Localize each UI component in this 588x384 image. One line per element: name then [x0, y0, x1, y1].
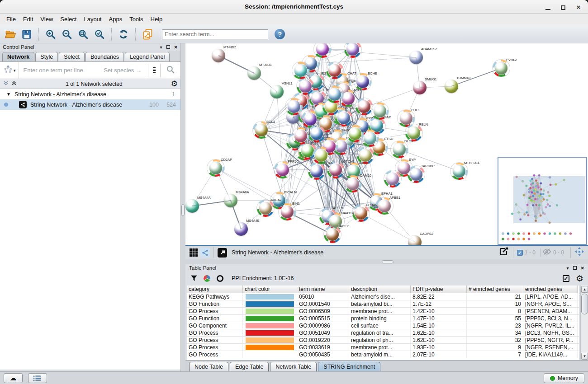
- network-node-abca7[interactable]: ABCA7: [257, 200, 274, 217]
- tab-node-table[interactable]: Node Table: [189, 362, 228, 371]
- column-header-term-name[interactable]: term name: [297, 286, 349, 293]
- network-node[interactable]: [297, 78, 314, 95]
- hidden-nodes-eye-icon[interactable]: [542, 247, 551, 258]
- menu-apps[interactable]: Apps: [105, 14, 126, 24]
- menu-layout[interactable]: Layout: [80, 14, 105, 24]
- network-node-tardbp[interactable]: TARDBP: [408, 166, 425, 183]
- filter-icon[interactable]: [190, 274, 198, 282]
- task-list-icon[interactable]: [28, 373, 47, 383]
- network-node-epha5[interactable]: EPHA5: [352, 205, 370, 222]
- network-node-mthfd1l[interactable]: MTHFD1L: [450, 163, 468, 180]
- network-node[interactable]: [344, 43, 361, 58]
- network-node-pvrl2[interactable]: PVRL2: [493, 60, 510, 77]
- ring-chart-icon[interactable]: [216, 274, 224, 283]
- search-input[interactable]: [162, 29, 268, 39]
- network-node-cadps2[interactable]: CADPS2: [406, 234, 423, 245]
- splitter-handle[interactable]: [382, 260, 394, 263]
- string-options-icon[interactable]: [150, 67, 158, 74]
- network-node-ppp5c[interactable]: PPP5C: [274, 161, 291, 178]
- table-row[interactable]: GO ProcessGO:0006509membrane prot...1.42…: [187, 308, 579, 315]
- column-header-chart-color[interactable]: chart color: [243, 286, 297, 293]
- zoom-in-icon[interactable]: [44, 28, 57, 41]
- network-node[interactable]: [335, 109, 352, 126]
- network-node[interactable]: [314, 43, 331, 58]
- column-header--enriched-genes[interactable]: # enriched genes: [467, 286, 523, 293]
- table-row[interactable]: GO ComponentGO:0009986cell surface1.54E-…: [187, 322, 579, 329]
- zoom-fit-icon[interactable]: [76, 28, 90, 41]
- column-header-FDR-p-value[interactable]: FDR p-value: [411, 286, 467, 293]
- memory-button[interactable]: Memory: [544, 373, 584, 383]
- network-node[interactable]: [313, 147, 330, 164]
- string-search-icon[interactable]: [162, 65, 179, 76]
- table-row[interactable]: KEGG Pathways05010Alzheimer's dise...8.8…: [187, 293, 579, 300]
- scroll-thumb[interactable]: [581, 294, 588, 314]
- menu-file[interactable]: File: [3, 14, 19, 24]
- menu-help[interactable]: Help: [147, 14, 166, 24]
- tab-style[interactable]: Style: [35, 52, 58, 61]
- column-header-category[interactable]: category: [187, 286, 243, 293]
- tab-legend-panel[interactable]: Legend Panel: [125, 52, 170, 61]
- panel-menu-icon[interactable]: ▾: [160, 45, 162, 50]
- network-node-bace2[interactable]: BACE2: [324, 226, 341, 243]
- network-node[interactable]: [326, 62, 343, 79]
- export-network-icon[interactable]: [498, 246, 509, 259]
- pie-chart-icon[interactable]: [203, 274, 211, 283]
- panel-close-icon[interactable]: ✕: [581, 266, 584, 271]
- table-row[interactable]: GO FunctionGO:0005515protein binding1.47…: [187, 315, 579, 322]
- vertical-splitter[interactable]: [181, 43, 185, 371]
- refresh-icon[interactable]: [117, 28, 130, 41]
- network-collection-row[interactable]: ▼ String Network - Alzheimer's disease 1: [0, 89, 180, 99]
- network-node-bin1[interactable]: BIN1: [279, 203, 296, 220]
- zoom-out-icon[interactable]: [60, 28, 74, 41]
- network-node-mt-nd1[interactable]: MT-ND1: [246, 65, 263, 82]
- table-row[interactable]: GO ProcessGO:0019220regulation of ph...1…: [187, 337, 579, 344]
- table-row[interactable]: GO FunctionGO:0001540beta-amyloid bi...1…: [187, 300, 579, 308]
- network-node[interactable]: [356, 98, 373, 115]
- cloud-icon[interactable]: ☁: [4, 373, 23, 383]
- network-node-apbb1[interactable]: APBB1: [376, 197, 393, 215]
- table-scrollbar[interactable]: ▲ ▼: [580, 286, 588, 360]
- network-node-bcl3[interactable]: BCL3: [253, 122, 270, 139]
- menu-tools[interactable]: Tools: [126, 14, 147, 24]
- grid-view-icon[interactable]: [189, 248, 198, 257]
- tab-network[interactable]: Network: [2, 52, 34, 61]
- network-node[interactable]: [285, 98, 303, 115]
- network-node-ms4a4e[interactable]: MS4A4E: [232, 220, 250, 238]
- splitter-handle[interactable]: [181, 204, 185, 216]
- network-node-cd2ap[interactable]: CD2AP: [207, 159, 224, 177]
- network-from-file-icon[interactable]: [141, 28, 154, 41]
- menu-view[interactable]: View: [37, 14, 57, 24]
- set-species-link[interactable]: Set species →: [104, 67, 142, 74]
- network-node-aph1a[interactable]: APH1A: [308, 163, 325, 180]
- panel-float-icon[interactable]: [166, 45, 170, 49]
- table-row[interactable]: GO ProcessGO:0051049regulation of tra...…: [187, 329, 579, 337]
- menu-select[interactable]: Select: [57, 14, 80, 24]
- tab-boundaries[interactable]: Boundaries: [85, 52, 124, 61]
- string-term-input[interactable]: Enter one term per line.: [19, 62, 104, 79]
- tab-network-table[interactable]: Network Table: [270, 362, 317, 371]
- expand-all-icon[interactable]: [11, 80, 17, 88]
- network-node-adam10[interactable]: ADAM10: [344, 175, 361, 192]
- panel-close-icon[interactable]: ✕: [174, 45, 178, 50]
- network-canvas[interactable]: MT-ND2MT-ND1VSNL1GAB2IRS1CHATBCHETNFIL1B…: [185, 43, 588, 245]
- network-node[interactable]: [292, 127, 309, 145]
- birds-eye-view[interactable]: [498, 157, 587, 245]
- help-icon[interactable]: ?: [275, 29, 285, 39]
- network-node-reln[interactable]: RELN: [405, 124, 422, 141]
- network-options-gear-icon[interactable]: ⚙: [171, 80, 178, 88]
- network-node-vsnl1[interactable]: VSNL1: [268, 83, 285, 100]
- network-node-tomm40[interactable]: TOMM40: [443, 78, 460, 95]
- open-folder-icon[interactable]: [4, 28, 17, 41]
- table-row[interactable]: GO ProcessGO:0050435beta-amyloid m...2.0…: [187, 351, 579, 358]
- network-node[interactable]: [384, 170, 401, 187]
- tab-edge-table[interactable]: Edge Table: [230, 362, 269, 371]
- tree-expand-icon[interactable]: ▼: [6, 92, 11, 97]
- network-node[interactable]: [357, 147, 374, 164]
- share-view-icon[interactable]: [200, 248, 210, 258]
- save-icon[interactable]: [20, 28, 33, 41]
- tab-string-enrichment[interactable]: STRING Enrichment: [318, 362, 380, 371]
- network-node-smug1[interactable]: SMUG1: [411, 79, 428, 96]
- table-row[interactable]: GO ProcessGO:0033619membrane prot...1.93…: [187, 344, 579, 351]
- navigator-icon[interactable]: [574, 247, 584, 258]
- panel-menu-icon[interactable]: ▾: [567, 266, 569, 271]
